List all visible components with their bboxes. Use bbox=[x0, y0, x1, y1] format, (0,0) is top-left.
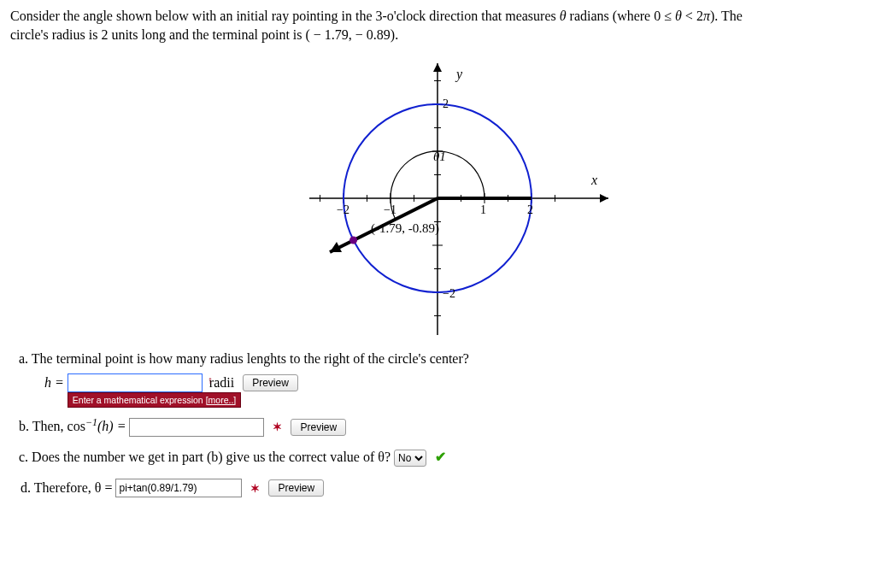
part-c-label: c. Does the number we get in part (b) gi… bbox=[19, 450, 394, 464]
prompt-text-3: < 2 bbox=[682, 9, 703, 23]
correct-icon: ✔ bbox=[435, 450, 446, 464]
tick-pos1: 1 bbox=[480, 203, 486, 216]
prompt-text-4: ). The bbox=[710, 9, 743, 23]
part-d: d. Therefore, θ = ✶ Preview bbox=[10, 479, 865, 497]
svg-text:2: 2 bbox=[443, 97, 449, 110]
part-a-label: a. The terminal point is how many radius… bbox=[19, 351, 865, 367]
part-b: b. Then, cos−1(h) = ✶ Preview bbox=[10, 416, 865, 438]
h-equals: h = bbox=[44, 375, 64, 391]
part-b-input[interactable] bbox=[129, 418, 264, 437]
tooltip-arrow-icon: ↑ bbox=[208, 375, 213, 385]
part-b-label: b. Then, cos−1(h) = bbox=[19, 419, 129, 433]
svg-text:−2: −2 bbox=[443, 287, 455, 300]
theta-var-2: θ bbox=[675, 9, 682, 23]
tooltip-more-link[interactable]: [more..] bbox=[206, 395, 237, 405]
part-d-input[interactable] bbox=[115, 479, 242, 497]
figure-container: y x −2 −1 1 2 2 −2 θ1 (-1.79, -0.89) bbox=[10, 57, 865, 343]
question-prompt: Consider the angle shown below with an i… bbox=[10, 7, 865, 45]
prompt-text-1: Consider the angle shown below with an i… bbox=[10, 9, 560, 23]
angle-figure: y x −2 −1 1 2 2 −2 θ1 (-1.79, -0.89) bbox=[254, 57, 621, 339]
radii-unit-label: radii bbox=[209, 375, 234, 391]
incorrect-icon-2: ✶ bbox=[250, 482, 260, 495]
part-a-preview-button[interactable]: Preview bbox=[243, 374, 298, 391]
part-d-label: d. Therefore, θ = bbox=[21, 480, 112, 496]
svg-marker-23 bbox=[433, 63, 442, 72]
arc-label: θ1 bbox=[433, 150, 446, 163]
part-c-select[interactable]: No bbox=[394, 450, 426, 467]
theta-var: θ bbox=[560, 9, 567, 23]
part-d-preview-button[interactable]: Preview bbox=[268, 479, 324, 497]
svg-point-28 bbox=[349, 236, 357, 244]
pi-var: π bbox=[703, 9, 710, 23]
incorrect-icon: ✶ bbox=[273, 420, 282, 433]
tick-pos2: 2 bbox=[527, 203, 533, 216]
prompt-text-5: circle's radius is 2 units long and the … bbox=[10, 27, 398, 42]
tick-neg1: −1 bbox=[384, 203, 396, 216]
x-axis-label: x bbox=[590, 173, 597, 187]
tooltip-text: Enter a mathematical expression bbox=[73, 395, 206, 405]
part-a-input[interactable] bbox=[68, 373, 203, 392]
part-b-preview-button[interactable]: Preview bbox=[291, 419, 346, 436]
input-tooltip[interactable]: Enter a mathematical expression [more..] bbox=[68, 392, 241, 408]
terminal-point-label: (-1.79, -0.89) bbox=[371, 221, 439, 236]
tick-neg2: −2 bbox=[337, 203, 349, 216]
svg-marker-21 bbox=[600, 194, 608, 203]
part-c: c. Does the number we get in part (b) gi… bbox=[10, 449, 865, 467]
prompt-text-2: radians (where 0 ≤ bbox=[567, 9, 675, 23]
y-axis-label: y bbox=[455, 67, 463, 82]
part-a: a. The terminal point is how many radius… bbox=[10, 351, 865, 392]
